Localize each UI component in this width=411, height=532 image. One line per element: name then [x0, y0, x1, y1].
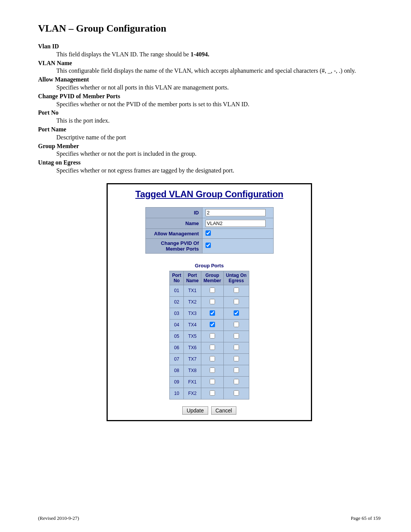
def-desc: Descriptive name of the port: [56, 134, 381, 142]
update-button[interactable]: Update: [182, 406, 208, 415]
page-title: VLAN – Group Configuration: [38, 23, 381, 34]
port-name: FX1: [184, 376, 201, 388]
table-row: 02TX2: [170, 296, 249, 308]
port-name: TX6: [184, 342, 201, 353]
untag-egress-checkbox[interactable]: [234, 299, 239, 304]
table-row: 03TX3: [170, 308, 249, 319]
definitions-block: Vlan IDThis field displays the VLAN ID. …: [38, 43, 381, 175]
port-name: TX7: [184, 353, 201, 365]
col-port-name: PortName: [184, 271, 201, 285]
footer-page: Page 65 of 159: [351, 515, 381, 521]
vlan-form-table: ID Name Allow Management Change PVID Of …: [145, 207, 274, 254]
def-desc: This field displays the VLAN ID. The ran…: [56, 51, 381, 59]
port-no: 02: [170, 296, 184, 308]
group-member-checkbox[interactable]: [210, 310, 215, 316]
def-term: Group Member: [38, 142, 381, 150]
id-input[interactable]: [206, 209, 266, 216]
port-no: 01: [170, 285, 184, 296]
untag-egress-checkbox[interactable]: [234, 333, 239, 339]
col-group-member: GroupMember: [201, 271, 223, 285]
untag-egress-checkbox[interactable]: [234, 390, 239, 396]
port-no: 04: [170, 319, 184, 331]
def-term: Vlan ID: [38, 43, 381, 51]
group-member-checkbox[interactable]: [210, 390, 215, 396]
port-name: TX1: [184, 285, 201, 296]
port-no: 07: [170, 353, 184, 365]
id-label: ID: [145, 207, 202, 218]
vlan-config-screenshot: Tagged VLAN Group Configuration ID Name …: [107, 183, 312, 421]
table-row: 10FX2: [170, 388, 249, 399]
untag-egress-checkbox[interactable]: [234, 288, 239, 293]
def-desc: Specifies whether or not egress frames a…: [56, 167, 381, 175]
group-member-checkbox[interactable]: [210, 333, 215, 339]
def-term: Allow Management: [38, 76, 381, 84]
def-term: Change PVID of Member Ports: [38, 93, 381, 101]
change-pvid-label: Change PVID Of Member Ports: [145, 238, 202, 253]
col-untag-egress: Untag OnEgress: [223, 271, 249, 285]
group-member-checkbox[interactable]: [210, 288, 215, 293]
group-member-checkbox[interactable]: [210, 356, 215, 361]
def-desc: Specifies whether or not all ports in th…: [56, 84, 381, 92]
port-no: 09: [170, 376, 184, 388]
def-desc: This configurable field displays the nam…: [56, 67, 381, 75]
port-name: TX8: [184, 365, 201, 376]
table-row: 04TX4: [170, 319, 249, 331]
def-desc: Specifies whether or not the port is inc…: [56, 150, 381, 158]
untag-egress-checkbox[interactable]: [234, 367, 239, 373]
group-ports-table: PortNo PortName GroupMember Untag OnEgre…: [169, 271, 249, 399]
table-row: 09FX1: [170, 376, 249, 388]
untag-egress-checkbox[interactable]: [234, 310, 239, 316]
table-row: 07TX7: [170, 353, 249, 365]
port-name: TX4: [184, 319, 201, 331]
group-member-checkbox[interactable]: [210, 367, 215, 373]
port-no: 06: [170, 342, 184, 353]
panel-title: Tagged VLAN Group Configuration: [112, 189, 306, 200]
group-ports-title: Group Ports: [112, 263, 306, 268]
port-no: 05: [170, 331, 184, 342]
def-term: Port No: [38, 109, 381, 117]
def-desc: This is the port index.: [56, 117, 381, 125]
table-row: 08TX8: [170, 365, 249, 376]
table-row: 06TX6: [170, 342, 249, 353]
port-no: 08: [170, 365, 184, 376]
name-label: Name: [145, 218, 202, 228]
untag-egress-checkbox[interactable]: [234, 322, 239, 327]
port-no: 03: [170, 308, 184, 319]
def-term: VLAN Name: [38, 59, 381, 67]
group-member-checkbox[interactable]: [210, 379, 215, 384]
table-row: 01TX1: [170, 285, 249, 296]
cancel-button[interactable]: Cancel: [211, 406, 236, 415]
port-name: TX2: [184, 296, 201, 308]
group-member-checkbox[interactable]: [210, 322, 215, 327]
def-term: Untag on Egress: [38, 159, 381, 167]
def-term: Port Name: [38, 126, 381, 134]
def-desc: Specifies whether or not the PVID of the…: [56, 101, 381, 109]
untag-egress-checkbox[interactable]: [234, 345, 239, 350]
group-member-checkbox[interactable]: [210, 299, 215, 304]
group-member-checkbox[interactable]: [210, 345, 215, 350]
port-no: 10: [170, 388, 184, 399]
table-row: 05TX5: [170, 331, 249, 342]
footer-revised: (Revised 2010-9-27): [38, 515, 79, 521]
port-name: FX2: [184, 388, 201, 399]
port-name: TX3: [184, 308, 201, 319]
untag-egress-checkbox[interactable]: [234, 379, 239, 384]
change-pvid-checkbox[interactable]: [206, 243, 211, 248]
col-port-no: PortNo: [170, 271, 184, 285]
allow-mgmt-label: Allow Management: [145, 228, 202, 238]
name-input[interactable]: [206, 220, 266, 227]
port-name: TX5: [184, 331, 201, 342]
untag-egress-checkbox[interactable]: [234, 356, 239, 361]
allow-mgmt-checkbox[interactable]: [206, 230, 211, 236]
